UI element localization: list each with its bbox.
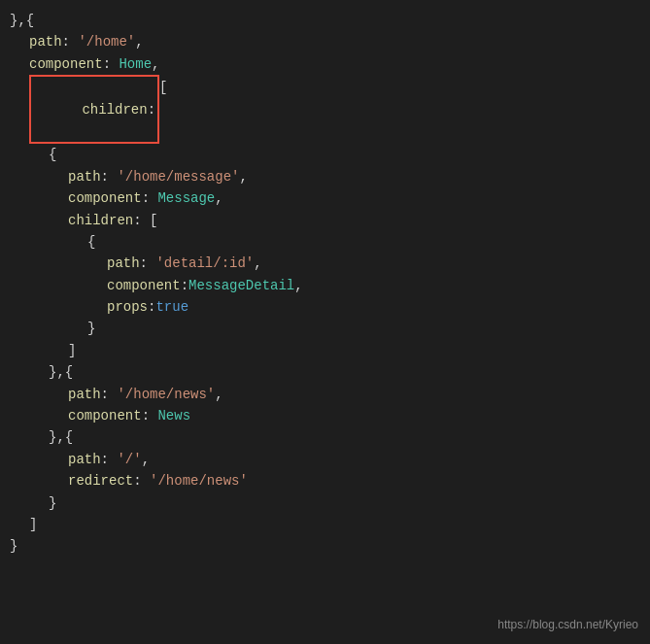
code-text: , [152,53,159,75]
code-text: '/home/news' [117,384,215,405]
code-line-7: component: Message, [0,187,650,209]
code-text: '/home/message' [117,166,239,187]
code-line-2: path: '/home', [0,31,650,52]
code-line-18: },{ [0,426,650,448]
code-text: : [142,405,158,426]
code-text: path [68,166,101,187]
code-text: , [239,166,247,187]
code-text: , [142,449,150,470]
code-text: { [87,231,95,253]
code-text: component [107,275,181,296]
code-line-6: path: '/home/message', [0,166,650,187]
code-text: Message [157,187,215,209]
code-text: props [107,296,148,318]
code-line-22: ] [0,514,650,535]
code-line-1: },{ [0,10,650,31]
code-text: : [62,31,79,52]
code-text: : [ [133,210,157,231]
code-text: MessageDetail [188,275,294,296]
code-text: { [49,144,56,165]
code-line-8: children: [ [0,210,650,231]
code-line-5: { [0,144,650,165]
code-text: : [101,384,118,405]
code-text: 'detail/:id' [155,253,254,274]
code-text: component [68,187,142,209]
code-text: ] [68,340,76,361]
code-text: path [68,384,101,405]
code-text: } [10,535,17,557]
code-text: } [49,492,56,514]
code-text: '/home' [78,31,135,52]
code-line-21: } [0,492,650,514]
code-editor: },{ path: '/home', component: Home, chil… [0,0,650,587]
code-text: : [103,53,120,75]
code-text: : [101,449,118,470]
code-line-9: { [0,231,650,253]
code-text: Home [119,53,152,75]
code-line-20: redirect: '/home/news' [0,470,650,491]
code-text: '/' [117,449,141,470]
code-text: } [87,318,95,339]
code-line-16: path: '/home/news', [0,384,650,405]
code-text: News [157,405,190,426]
code-text: },{ [49,426,73,448]
code-text: redirect [68,470,133,491]
code-text: component [68,405,142,426]
code-line-12: props:true [0,296,650,318]
code-text: , [254,253,261,274]
code-text: component [29,53,103,75]
code-text: : [148,102,155,118]
code-text: ] [29,514,37,535]
code-text: , [135,31,143,52]
code-text: , [215,384,222,405]
code-line-3: component: Home, [0,53,650,75]
code-line-19: path: '/', [0,449,650,470]
code-line-15: },{ [0,361,650,383]
code-text: : [181,275,188,296]
code-text: : [133,470,150,491]
code-text: : [101,166,118,187]
code-text: path [107,253,140,274]
code-line-10: path: 'detail/:id', [0,253,650,274]
code-text: , [294,275,302,296]
code-text: },{ [10,10,34,31]
code-text: path [29,31,62,52]
code-line-11: component:MessageDetail, [0,275,650,296]
code-text: , [215,187,222,209]
code-text: children [68,210,133,231]
code-text: : [148,296,155,318]
code-line-13: } [0,318,650,339]
code-line-14: ] [0,340,650,361]
code-text: : [142,187,158,209]
code-text: },{ [49,361,73,383]
code-text: [ [159,77,167,98]
code-line-23: } [0,535,650,557]
code-text: path [68,449,101,470]
code-text: children [82,102,147,118]
highlight-children: children: [29,75,159,144]
code-text: true [155,296,188,318]
code-text: '/home/news' [150,470,248,491]
code-text: : [140,253,156,274]
code-line-17: component: News [0,405,650,426]
code-line-4: children: [ [0,75,650,144]
watermark: https://blog.csdn.net/Kyrieo [497,616,638,634]
